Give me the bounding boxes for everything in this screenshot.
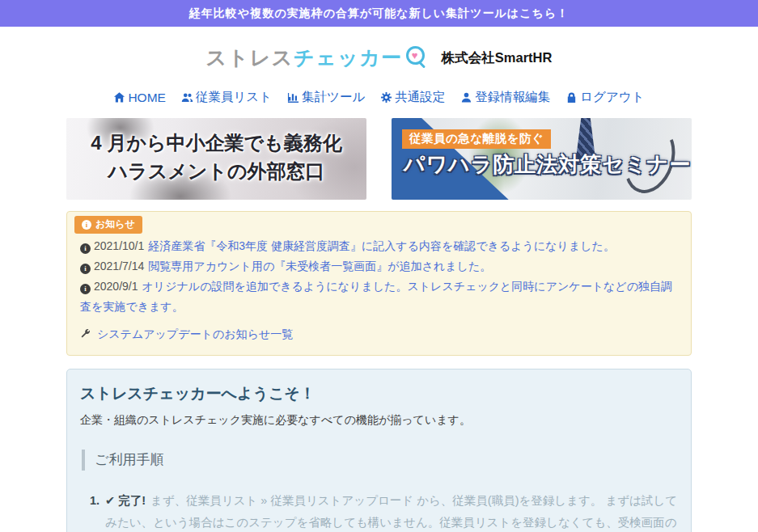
news-item: 2021/7/14閲覧専用アカウント用の『未受検者一覧画面』が追加されました。 — [80, 256, 678, 277]
logo[interactable]: ストレス チェッカー ♥ — [206, 44, 430, 71]
home-icon — [113, 91, 125, 103]
news-link[interactable]: オリジナルの設問を追加できるようになりました。ストレスチェックと同時にアンケート… — [80, 280, 672, 313]
banner-right-title: パワハラ防止法対策セミナー — [392, 150, 692, 179]
bar-chart-icon — [287, 91, 299, 103]
banner-row: 4 月から中小企業でも義務化 ハラスメントの外部窓口 従業員の急な離脱を防ぐ パ… — [66, 118, 692, 200]
nav-item-aggregation-tool[interactable]: 集計ツール — [287, 89, 365, 106]
nav-item-logout[interactable]: ログアウト — [565, 89, 644, 106]
wrench-icon — [80, 328, 91, 339]
info-icon — [82, 220, 91, 230]
banner-left-text: 4 月から中小企業でも義務化 ハラスメントの外部窓口 — [66, 118, 366, 200]
nav-item-common-settings[interactable]: 共通設定 — [380, 89, 445, 106]
news-item: 2021/10/1経済産業省『令和3年度 健康経営度調査』に記入する内容を確認で… — [80, 236, 678, 256]
magnifier-heart-icon: ♥ — [405, 45, 430, 71]
main-nav: HOME 従業員リスト 集計ツール 共通設定 登録情報編集 ログアウト — [66, 89, 692, 106]
info-icon — [80, 264, 91, 274]
usage-step-1: 1. ✔ 完了!まず、従業員リスト » 従業員リストアップロード から、従業員(… — [80, 490, 678, 532]
welcome-subtitle: 企業・組織のストレスチェック実施に必要なすべての機能が揃っています。 — [80, 413, 678, 428]
info-icon — [80, 243, 91, 254]
step-status-complete: ✔ 完了! — [105, 494, 146, 507]
news-footer: システムアップデートのお知らせ一覧 — [80, 324, 678, 344]
nav-item-registration-edit[interactable]: 登録情報編集 — [460, 89, 550, 106]
users-icon — [181, 91, 193, 103]
heart-icon: ♥ — [412, 50, 419, 61]
main-container: ストレス チェッカー ♥ 株式会社SmartHR HOME 従業員リスト 集計ツ… — [66, 44, 692, 532]
logo-text-cyan: チェッカー — [294, 44, 403, 71]
news-box: お知らせ 2021/10/1経済産業省『令和3年度 健康経営度調査』に記入する内… — [66, 211, 692, 356]
welcome-title: ストレスチェッカーへようこそ！ — [80, 383, 678, 404]
user-icon — [460, 91, 472, 103]
banner-harassment-window[interactable]: 4 月から中小企業でも義務化 ハラスメントの外部窓口 — [66, 118, 366, 200]
logo-text-gray: ストレス — [206, 44, 294, 71]
nav-item-home[interactable]: HOME — [113, 91, 166, 105]
system-update-list-link[interactable]: システムアップデートのお知らせ一覧 — [97, 327, 293, 340]
usage-steps-heading: ご利用手順 — [82, 450, 678, 471]
news-tag: お知らせ — [74, 216, 142, 234]
news-date: 2020/9/1 — [94, 280, 138, 293]
step-number: 1. — [90, 490, 100, 532]
company-name: 株式会社SmartHR — [442, 49, 553, 67]
welcome-box: ストレスチェッカーへようこそ！ 企業・組織のストレスチェック実施に必要なすべての… — [66, 369, 692, 532]
news-date: 2021/10/1 — [94, 239, 144, 252]
news-link[interactable]: 閲覧専用アカウント用の『未受検者一覧画面』が追加されました。 — [148, 260, 491, 272]
lock-icon — [565, 91, 578, 103]
news-item: 2020/9/1オリジナルの設問を追加できるようになりました。ストレスチェックと… — [80, 277, 678, 317]
banner-badge: 従業員の急な離脱を防ぐ — [402, 129, 551, 149]
banner-powerhara-seminar[interactable]: 従業員の急な離脱を防ぐ パワハラ防止法対策セミナー — [392, 118, 692, 200]
announcement-banner[interactable]: 経年比較や複数の実施枠の合算が可能な新しい集計ツールはこちら！ — [0, 0, 758, 27]
gear-icon — [380, 91, 392, 103]
step-body: ✔ 完了!まず、従業員リスト » 従業員リストアップロード から、従業員(職員)… — [105, 490, 678, 532]
nav-item-employee-list[interactable]: 従業員リスト — [181, 89, 272, 106]
header: ストレス チェッカー ♥ 株式会社SmartHR — [66, 44, 692, 71]
news-date: 2021/7/14 — [94, 260, 144, 272]
step-text: まず、従業員リスト » 従業員リストアップロード から、従業員(職員)を登録しま… — [105, 494, 677, 532]
info-icon — [80, 284, 91, 294]
news-link[interactable]: 経済産業省『令和3年度 健康経営度調査』に記入する内容を確認できるようになりまし… — [148, 239, 615, 252]
